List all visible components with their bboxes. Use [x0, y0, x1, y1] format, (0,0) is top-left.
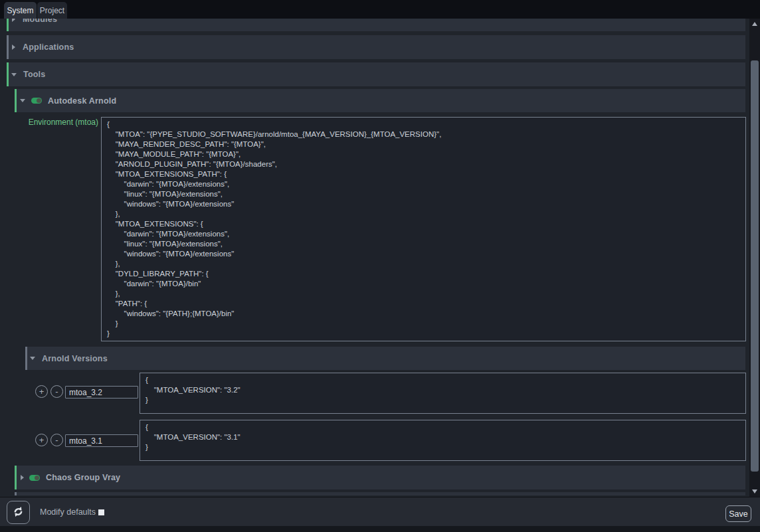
section-header-arnold-versions[interactable]: Arnold Versions: [25, 347, 745, 370]
arnold-enabled-toggle[interactable]: [31, 98, 42, 104]
settings-window: System Project Modules Applications Tool…: [0, 0, 760, 532]
environment-label: Environment (mtoa): [0, 118, 98, 127]
section-header-applications[interactable]: Applications: [7, 35, 745, 59]
tab-project-label: Project: [40, 6, 64, 15]
settings-scroll-area: Modules Applications Tools Autodesk Arno…: [0, 19, 749, 497]
minus-icon: -: [55, 387, 58, 397]
tab-system-label: System: [7, 6, 33, 15]
tool-group-header-arnold[interactable]: Autodesk Arnold: [15, 89, 745, 112]
vray-enabled-toggle[interactable]: [29, 475, 40, 481]
version-name-input[interactable]: [65, 386, 138, 399]
section-label-tools: Tools: [23, 70, 45, 79]
save-button-label: Save: [729, 509, 748, 519]
caret-down-icon: [11, 73, 17, 76]
caret-right-icon: [21, 475, 24, 480]
tool-group-label-arnold: Autodesk Arnold: [48, 96, 116, 106]
refresh-icon: [12, 505, 25, 520]
refresh-button[interactable]: [7, 501, 30, 524]
caret-down-icon: [30, 357, 35, 360]
add-version-button[interactable]: +: [35, 385, 48, 398]
add-version-button[interactable]: +: [35, 434, 48, 446]
clipped-next-row: [15, 492, 745, 495]
window-footer: [0, 526, 760, 532]
remove-version-button[interactable]: -: [50, 434, 63, 446]
version-json-editor[interactable]: { "MTOA_VERSION": "3.1" }: [140, 420, 746, 461]
vertical-scrollbar[interactable]: [749, 19, 760, 497]
scrollbar-thumb[interactable]: [751, 60, 759, 472]
scroll-up-icon[interactable]: [752, 22, 757, 26]
tool-group-label-vray: Chaos Group Vray: [46, 473, 120, 482]
tab-system[interactable]: System: [4, 2, 37, 19]
plus-icon: +: [39, 435, 45, 445]
section-label-arnold-versions: Arnold Versions: [42, 354, 108, 363]
version-name-input[interactable]: [65, 434, 138, 447]
caret-down-icon: [20, 99, 25, 102]
version-json-editor[interactable]: { "MTOA_VERSION": "3.2" }: [140, 373, 746, 414]
toggle-knob: [37, 98, 41, 103]
modify-defaults-checkbox[interactable]: [98, 509, 104, 515]
remove-version-button[interactable]: -: [50, 385, 63, 398]
tab-bar: System Project: [0, 0, 760, 19]
section-header-modules[interactable]: Modules: [7, 19, 745, 31]
section-label-modules: Modules: [23, 19, 57, 24]
save-button[interactable]: Save: [725, 505, 751, 522]
section-label-applications: Applications: [23, 43, 74, 52]
tab-project[interactable]: Project: [37, 2, 67, 19]
bottom-bar: Modify defaults Save: [0, 497, 760, 526]
toggle-knob: [35, 476, 39, 480]
plus-icon: +: [39, 387, 45, 397]
section-header-tools[interactable]: Tools: [7, 62, 745, 86]
caret-right-icon: [12, 44, 15, 50]
environment-json-editor[interactable]: { "MTOA": "{PYPE_STUDIO_SOFTWARE}/arnold…: [101, 117, 746, 341]
caret-right-icon: [12, 19, 15, 22]
tool-group-header-vray[interactable]: Chaos Group Vray: [15, 466, 745, 489]
minus-icon: -: [55, 435, 58, 445]
modify-defaults-label: Modify defaults: [40, 497, 96, 527]
scroll-down-icon[interactable]: [752, 489, 757, 493]
